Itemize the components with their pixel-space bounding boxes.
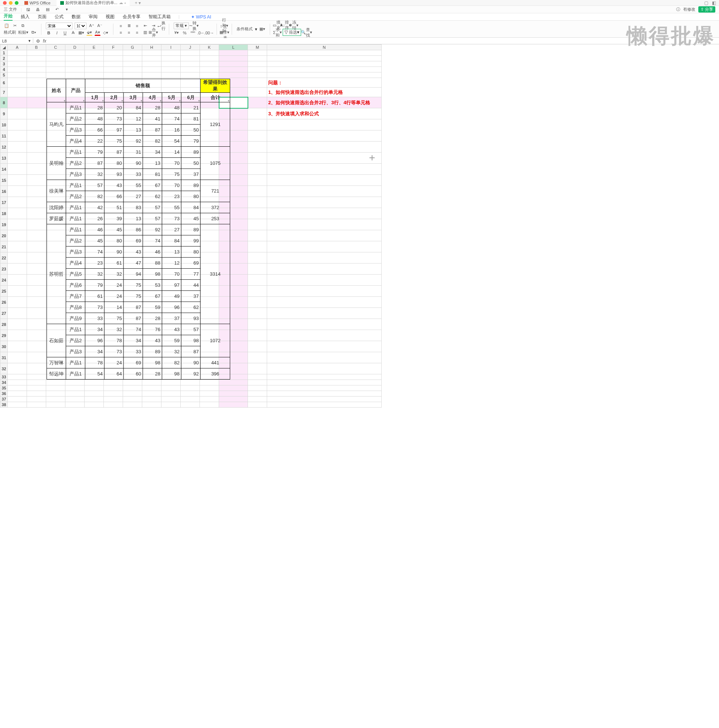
cell[interactable] bbox=[248, 130, 267, 142]
cell[interactable] bbox=[27, 363, 46, 374]
cell[interactable] bbox=[8, 363, 27, 374]
cell[interactable] bbox=[8, 208, 27, 219]
italic-icon[interactable]: I bbox=[54, 30, 60, 36]
filter-button[interactable]: ▽ 筛选▾ bbox=[283, 29, 301, 36]
fill-color-icon[interactable]: ⬙▾ bbox=[86, 30, 92, 36]
cell[interactable] bbox=[200, 402, 219, 408]
cell[interactable] bbox=[8, 230, 27, 241]
cell[interactable] bbox=[248, 252, 267, 263]
sort-button[interactable]: A↓ 排序▾ bbox=[283, 22, 289, 28]
cell[interactable] bbox=[219, 402, 248, 408]
cell[interactable] bbox=[8, 175, 27, 186]
cell[interactable] bbox=[267, 275, 382, 286]
cell[interactable] bbox=[200, 391, 219, 396]
cell[interactable] bbox=[161, 56, 181, 61]
new-tab-button[interactable]: + ▾ bbox=[132, 0, 144, 6]
cell[interactable] bbox=[85, 402, 104, 408]
cell[interactable] bbox=[248, 385, 267, 391]
cell[interactable] bbox=[248, 241, 267, 252]
cell[interactable] bbox=[248, 197, 267, 208]
cell[interactable] bbox=[267, 385, 382, 391]
inc-dec-icon[interactable]: .00→ bbox=[206, 30, 212, 36]
col-header[interactable]: A bbox=[8, 45, 27, 50]
cell[interactable] bbox=[267, 352, 382, 363]
cell[interactable] bbox=[104, 50, 123, 56]
select-all-corner[interactable]: ◢ bbox=[0, 45, 8, 50]
col-header[interactable]: C bbox=[46, 45, 66, 50]
cell[interactable] bbox=[85, 61, 104, 67]
cell[interactable] bbox=[267, 142, 382, 153]
cell[interactable]: 问题： bbox=[267, 78, 382, 87]
cell[interactable] bbox=[248, 363, 267, 374]
cell[interactable] bbox=[161, 61, 181, 67]
cell[interactable] bbox=[200, 50, 219, 56]
cell[interactable] bbox=[142, 391, 161, 396]
cell[interactable] bbox=[142, 56, 161, 61]
cell[interactable] bbox=[66, 61, 85, 67]
cell[interactable] bbox=[27, 252, 46, 263]
row-header[interactable]: 35 bbox=[0, 385, 8, 391]
col-header[interactable]: K bbox=[200, 45, 219, 50]
cell[interactable] bbox=[248, 142, 267, 153]
cell[interactable] bbox=[8, 164, 27, 175]
cell[interactable] bbox=[104, 396, 123, 402]
cell[interactable] bbox=[267, 396, 382, 402]
cell[interactable] bbox=[27, 130, 46, 142]
cell[interactable] bbox=[248, 153, 267, 164]
cell[interactable] bbox=[248, 61, 267, 67]
cell[interactable] bbox=[27, 286, 46, 297]
cell[interactable] bbox=[27, 374, 46, 380]
cell[interactable] bbox=[181, 396, 200, 402]
file-menu[interactable]: 三 文件 bbox=[4, 7, 17, 12]
cell[interactable] bbox=[8, 252, 27, 263]
cell[interactable] bbox=[66, 72, 85, 78]
col-header[interactable]: D bbox=[66, 45, 85, 50]
cell[interactable] bbox=[8, 142, 27, 153]
cell[interactable] bbox=[267, 308, 382, 319]
decrease-font-icon[interactable]: A⁻ bbox=[97, 23, 103, 29]
header-month[interactable]: 1月 bbox=[85, 93, 104, 102]
cell[interactable] bbox=[46, 61, 66, 67]
cell[interactable] bbox=[8, 341, 27, 352]
cell[interactable] bbox=[161, 391, 181, 396]
format-brush-button[interactable]: 格式刷 bbox=[4, 29, 16, 35]
cell[interactable] bbox=[27, 219, 46, 230]
row-header[interactable]: 10 bbox=[0, 119, 8, 130]
row-header[interactable]: 30 bbox=[0, 341, 8, 352]
row-header[interactable]: 24 bbox=[0, 275, 8, 286]
cell[interactable] bbox=[8, 78, 27, 87]
cell[interactable] bbox=[248, 219, 267, 230]
cell[interactable] bbox=[248, 175, 267, 186]
cell[interactable] bbox=[123, 380, 142, 385]
row-header[interactable]: 33 bbox=[0, 374, 8, 380]
cell[interactable] bbox=[27, 402, 46, 408]
share-button[interactable]: ⇧ 分享 bbox=[698, 6, 715, 12]
freeze-button[interactable]: ❄ 冻结▾ bbox=[291, 22, 297, 28]
cell[interactable] bbox=[123, 61, 142, 67]
row-header[interactable]: 3 bbox=[0, 61, 8, 67]
cell[interactable] bbox=[27, 275, 46, 286]
cell[interactable] bbox=[85, 391, 104, 396]
align-top-icon[interactable]: ≡ bbox=[118, 23, 124, 29]
cell[interactable] bbox=[27, 330, 46, 341]
cell[interactable] bbox=[248, 108, 267, 119]
cell[interactable] bbox=[46, 402, 66, 408]
row-header[interactable]: 9 bbox=[0, 108, 8, 119]
number-format-select[interactable]: 常规 ▾ bbox=[174, 23, 189, 29]
cell[interactable] bbox=[267, 241, 382, 252]
row-header[interactable]: 23 bbox=[0, 263, 8, 275]
cell[interactable] bbox=[267, 391, 382, 396]
cell[interactable] bbox=[27, 197, 46, 208]
cell[interactable] bbox=[142, 67, 161, 72]
col-header[interactable]: G bbox=[123, 45, 142, 50]
cell[interactable] bbox=[161, 385, 181, 391]
underline-icon[interactable]: U bbox=[62, 30, 68, 36]
cell[interactable] bbox=[267, 341, 382, 352]
tab-wps-home[interactable]: WPS Office bbox=[21, 0, 54, 6]
row-header[interactable]: 5 bbox=[0, 72, 8, 78]
paste-icon[interactable]: 📋 bbox=[4, 23, 9, 29]
cell[interactable] bbox=[248, 391, 267, 396]
row-header[interactable]: 13 bbox=[0, 153, 8, 164]
cell[interactable] bbox=[267, 197, 382, 208]
save-icon[interactable]: 🖫 bbox=[26, 7, 31, 12]
